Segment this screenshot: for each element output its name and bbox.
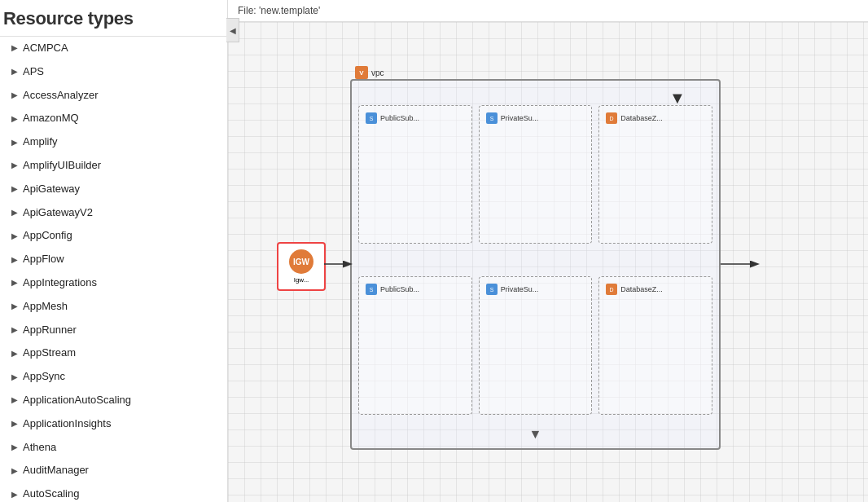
sidebar-item-label: Athena — [23, 439, 56, 456]
sidebar-item[interactable]: ▶AuditManager — [0, 459, 227, 482]
sidebar-item-label: AppConfig — [23, 227, 72, 244]
sidebar-item-label: AuditManager — [23, 462, 89, 479]
sidebar-item-label: AppFlow — [23, 251, 64, 268]
file-label: File: 'new.template' — [228, 0, 868, 22]
sidebar-item[interactable]: ▶ACMPCA — [0, 37, 227, 60]
sidebar-item-arrow: ▶ — [11, 347, 18, 360]
sidebar-item-arrow: ▶ — [11, 441, 18, 454]
vpc-icon: V — [355, 66, 368, 79]
sidebar-item[interactable]: ▶AppIntegrations — [0, 271, 227, 295]
canvas-area[interactable]: IGW Igw... V vpc ▼ — [228, 22, 868, 502]
sidebar-item-label: ApiGatewayV2 — [23, 205, 93, 222]
svg-text:S: S — [370, 116, 374, 121]
private-subnet-bottom-label: S PrivateSu... — [486, 284, 585, 295]
collapse-icon: ◀ — [230, 26, 236, 35]
sidebar-item[interactable]: ▶ApiGateway — [0, 178, 227, 201]
svg-text:V: V — [359, 69, 364, 77]
sidebar-title: Resource types — [3, 8, 221, 29]
igw-label: Igw... — [294, 276, 309, 284]
subnet-icon-5: S — [486, 284, 498, 295]
sidebar-item-label: AccessAnalyzer — [23, 87, 98, 104]
database-subnet-top: D DatabaseZ... — [598, 105, 712, 244]
sidebar-item-arrow: ▶ — [11, 42, 18, 55]
bottom-subnet-row: S PublicSub... S PrivateSu... — [358, 276, 712, 415]
sidebar-item[interactable]: ▶AmazonMQ — [0, 107, 227, 130]
sidebar-item[interactable]: ▶AmplifyUIBuilder — [0, 154, 227, 178]
subnet-icon-2: S — [486, 112, 498, 124]
igw-node[interactable]: IGW Igw... — [277, 242, 326, 291]
sidebar-item[interactable]: ▶Amplify — [0, 130, 227, 154]
public-subnet-top: S PublicSub... — [358, 105, 472, 244]
sidebar-item-label: AmazonMQ — [23, 110, 79, 127]
sidebar-item-arrow: ▶ — [11, 465, 18, 478]
sidebar-item-arrow: ▶ — [11, 230, 18, 243]
vpc-label: V vpc — [355, 66, 384, 79]
sidebar-item-arrow: ▶ — [11, 206, 18, 219]
igw-icon: IGW — [289, 249, 313, 274]
bottom-down-arrow: ▼ — [529, 427, 542, 442]
sidebar-item[interactable]: ▶Athena — [0, 436, 227, 460]
sidebar-item-label: AppIntegrations — [23, 275, 97, 292]
svg-text:D: D — [610, 287, 614, 293]
sidebar-item-arrow: ▶ — [11, 65, 18, 78]
sidebar-item-arrow: ▶ — [11, 136, 18, 149]
sidebar-item[interactable]: ▶AppFlow — [0, 248, 227, 271]
sidebar-item-label: AppMesh — [23, 298, 68, 315]
database-subnet-bottom-label: D DatabaseZ... — [606, 284, 705, 295]
sidebar-item-arrow: ▶ — [11, 276, 18, 289]
sidebar-item-label: AmplifyUIBuilder — [23, 157, 101, 174]
sidebar-item[interactable]: ▶ApiGatewayV2 — [0, 201, 227, 225]
sidebar-item-arrow: ▶ — [11, 488, 18, 501]
sidebar-item-label: AppStream — [23, 345, 76, 362]
top-subnet-row: S PublicSub... S PrivateSu... — [358, 105, 712, 244]
sidebar-item[interactable]: ▶AutoScaling — [0, 482, 227, 502]
database-subnet-top-label: D DatabaseZ... — [606, 112, 705, 124]
sidebar-item-arrow: ▶ — [11, 112, 18, 126]
sidebar-item-arrow: ▶ — [11, 89, 18, 102]
subnet-icon-1: S — [366, 112, 377, 124]
sidebar-item[interactable]: ▶APS — [0, 60, 227, 84]
private-subnet-bottom: S PrivateSu... — [479, 276, 593, 415]
sidebar-item-arrow: ▶ — [11, 371, 18, 384]
collapse-button[interactable]: ◀ — [226, 18, 239, 42]
database-subnet-bottom: D DatabaseZ... — [598, 276, 712, 415]
sidebar-item[interactable]: ▶AppRunner — [0, 319, 227, 342]
svg-text:S: S — [489, 287, 493, 293]
svg-text:S: S — [370, 287, 374, 293]
sidebar-item-arrow: ▶ — [11, 394, 18, 407]
sidebar-item-label: ApplicationInsights — [23, 416, 111, 433]
vpc-box: V vpc ▼ S PublicSub... — [350, 79, 721, 450]
svg-text:IGW: IGW — [293, 258, 310, 266]
sidebar-item[interactable]: ▶AppStream — [0, 341, 227, 365]
sidebar-item-label: ApiGateway — [23, 181, 80, 198]
svg-text:D: D — [610, 116, 614, 121]
sidebar-item-arrow: ▶ — [11, 417, 18, 430]
subnet-icon-4: S — [366, 284, 377, 295]
sidebar-item-label: ACMPCA — [23, 40, 68, 57]
private-subnet-top-label: S PrivateSu... — [486, 112, 585, 124]
sidebar-item-label: Amplify — [23, 134, 58, 151]
public-subnet-bottom-label: S PublicSub... — [366, 284, 465, 295]
sidebar: Resource types ▶ACMPCA▶APS▶AccessAnalyze… — [0, 0, 228, 502]
sidebar-item-label: AppRunner — [23, 322, 77, 339]
subnet-icon-3: D — [606, 112, 617, 124]
sidebar-item-label: ApplicationAutoScaling — [23, 392, 131, 409]
sidebar-item-arrow: ▶ — [11, 324, 18, 337]
sidebar-item[interactable]: ▶ApplicationAutoScaling — [0, 389, 227, 412]
sidebar-item[interactable]: ▶AppConfig — [0, 224, 227, 248]
sidebar-item[interactable]: ▶AccessAnalyzer — [0, 84, 227, 108]
sidebar-item-arrow: ▶ — [11, 253, 18, 266]
public-subnet-top-label: S PublicSub... — [366, 112, 465, 124]
svg-text:S: S — [489, 116, 493, 121]
sidebar-item-arrow: ▶ — [11, 300, 18, 313]
subnet-icon-6: D — [606, 284, 617, 295]
sidebar-item-label: AppSync — [23, 368, 65, 385]
sidebar-item[interactable]: ▶AppMesh — [0, 295, 227, 319]
sidebar-header: Resource types — [0, 0, 227, 37]
sidebar-list[interactable]: ▶ACMPCA▶APS▶AccessAnalyzer▶AmazonMQ▶Ampl… — [0, 37, 227, 502]
sidebar-item[interactable]: ▶AppSync — [0, 365, 227, 389]
public-subnet-bottom: S PublicSub... — [358, 276, 472, 415]
sidebar-item[interactable]: ▶ApplicationInsights — [0, 412, 227, 436]
sidebar-item-label: APS — [23, 64, 44, 81]
private-subnet-top: S PrivateSu... — [479, 105, 593, 244]
